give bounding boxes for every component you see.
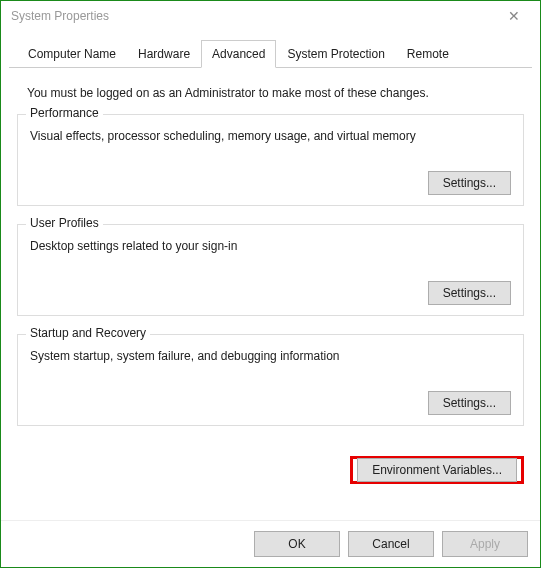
group-startup-recovery: Startup and Recovery System startup, sys… — [17, 334, 524, 426]
user-profiles-settings-button[interactable]: Settings... — [428, 281, 511, 305]
tab-computer-name[interactable]: Computer Name — [17, 40, 127, 67]
env-row: Environment Variables... — [1, 450, 540, 498]
intro-text: You must be logged on as an Administrato… — [27, 86, 520, 100]
startup-recovery-settings-button[interactable]: Settings... — [428, 391, 511, 415]
tab-system-protection[interactable]: System Protection — [276, 40, 395, 67]
group-performance: Performance Visual effects, processor sc… — [17, 114, 524, 206]
tabstrip: Computer Name Hardware Advanced System P… — [9, 39, 532, 68]
group-performance-actions: Settings... — [30, 171, 511, 195]
group-startup-recovery-actions: Settings... — [30, 391, 511, 415]
window-title: System Properties — [11, 9, 494, 23]
dialog-actions: OK Cancel Apply — [1, 520, 540, 567]
tab-panel-advanced: You must be logged on as an Administrato… — [1, 68, 540, 450]
group-performance-label: Performance — [26, 106, 103, 120]
group-user-profiles-label: User Profiles — [26, 216, 103, 230]
env-highlight-frame: Environment Variables... — [350, 456, 524, 484]
close-icon[interactable]: ✕ — [494, 8, 534, 24]
tab-remote[interactable]: Remote — [396, 40, 460, 67]
group-startup-recovery-label: Startup and Recovery — [26, 326, 150, 340]
performance-settings-button[interactable]: Settings... — [428, 171, 511, 195]
group-startup-recovery-desc: System startup, system failure, and debu… — [30, 349, 511, 363]
group-user-profiles-actions: Settings... — [30, 281, 511, 305]
tab-hardware[interactable]: Hardware — [127, 40, 201, 67]
group-user-profiles: User Profiles Desktop settings related t… — [17, 224, 524, 316]
cancel-button[interactable]: Cancel — [348, 531, 434, 557]
environment-variables-button[interactable]: Environment Variables... — [357, 458, 517, 482]
ok-button[interactable]: OK — [254, 531, 340, 557]
tab-advanced[interactable]: Advanced — [201, 40, 276, 68]
group-user-profiles-desc: Desktop settings related to your sign-in — [30, 239, 511, 253]
group-performance-desc: Visual effects, processor scheduling, me… — [30, 129, 511, 143]
apply-button[interactable]: Apply — [442, 531, 528, 557]
titlebar: System Properties ✕ — [1, 1, 540, 31]
